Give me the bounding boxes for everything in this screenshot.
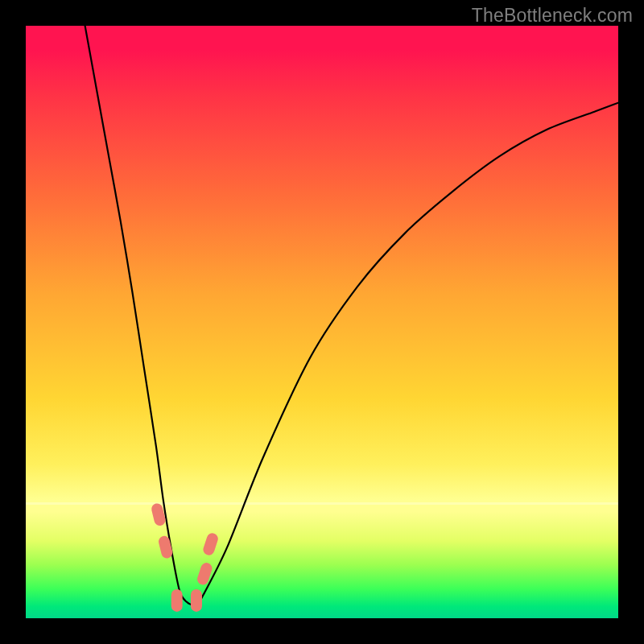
- attribution-label: TheBottleneck.com: [472, 5, 633, 27]
- marker-left-lower: [158, 535, 174, 559]
- chart-stage: TheBottleneck.com: [0, 0, 644, 644]
- marker-right-upper: [202, 532, 220, 557]
- marker-floor-right: [191, 589, 202, 612]
- curve-svg: [26, 26, 618, 618]
- markers-group: [151, 502, 220, 612]
- marker-floor-left: [171, 589, 183, 612]
- plot-area: [26, 26, 618, 618]
